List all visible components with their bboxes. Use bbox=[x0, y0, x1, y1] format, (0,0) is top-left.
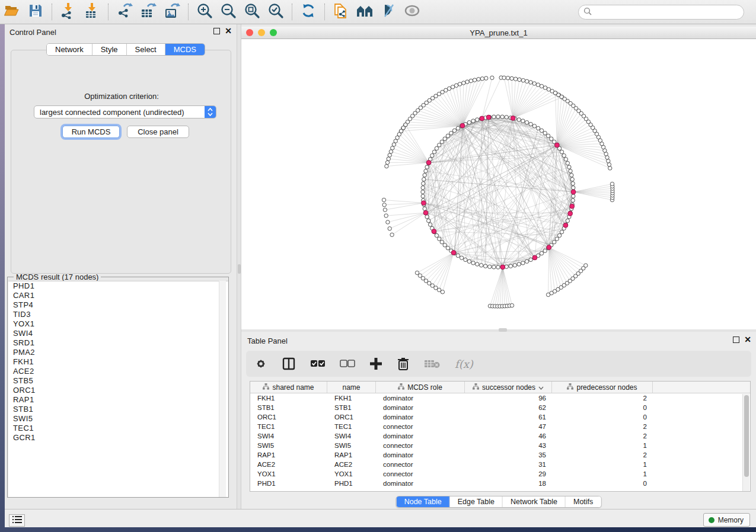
network-leaf-node[interactable] bbox=[607, 163, 611, 166]
mcds-hub-node[interactable] bbox=[563, 223, 568, 227]
float-panel-icon[interactable] bbox=[213, 28, 220, 34]
tab-node-table[interactable]: Node Table bbox=[397, 496, 450, 507]
network-node[interactable] bbox=[553, 240, 556, 243]
network-leaf-node[interactable] bbox=[607, 159, 610, 163]
network-node[interactable] bbox=[513, 264, 516, 267]
network-node[interactable] bbox=[570, 174, 573, 177]
mcds-hub-node[interactable] bbox=[460, 123, 465, 128]
network-leaf-node[interactable] bbox=[513, 77, 517, 81]
network-leaf-node[interactable] bbox=[525, 79, 529, 83]
refresh-layout-button[interactable] bbox=[298, 2, 319, 22]
network-node[interactable] bbox=[432, 150, 436, 153]
network-node[interactable] bbox=[560, 230, 563, 233]
close-panel-button[interactable]: Close panel bbox=[127, 126, 189, 138]
network-leaf-node[interactable] bbox=[502, 76, 506, 79]
select-all-rows-button[interactable] bbox=[310, 359, 326, 368]
network-node[interactable] bbox=[509, 264, 512, 268]
table-row[interactable]: FKH1FKH1dominator962 bbox=[250, 393, 750, 403]
network-node[interactable] bbox=[438, 143, 441, 147]
network-node[interactable] bbox=[440, 240, 444, 243]
network-leaf-node[interactable] bbox=[388, 153, 391, 157]
network-leaf-node[interactable] bbox=[391, 146, 394, 150]
memory-button[interactable]: Memory bbox=[703, 513, 750, 527]
network-leaf-node[interactable] bbox=[434, 286, 438, 290]
zoom-out-button[interactable] bbox=[218, 2, 239, 22]
tab-network-table[interactable]: Network Table bbox=[503, 496, 566, 507]
network-node[interactable] bbox=[517, 262, 521, 266]
network-leaf-node[interactable] bbox=[605, 156, 609, 159]
mcds-hub-node[interactable] bbox=[486, 115, 491, 120]
mcds-hub-node[interactable] bbox=[432, 229, 436, 234]
network-node[interactable] bbox=[421, 194, 425, 198]
network-node[interactable] bbox=[467, 121, 471, 124]
network-node[interactable] bbox=[421, 186, 425, 190]
network-node[interactable] bbox=[449, 132, 453, 135]
hide-selected-button[interactable] bbox=[378, 2, 399, 22]
import-network-button[interactable] bbox=[58, 2, 79, 22]
network-node[interactable] bbox=[572, 194, 575, 198]
network-node[interactable] bbox=[500, 115, 504, 118]
network-node[interactable] bbox=[430, 153, 434, 157]
network-node[interactable] bbox=[525, 121, 528, 124]
network-node[interactable] bbox=[471, 261, 475, 265]
network-leaf-node[interactable] bbox=[385, 164, 388, 168]
mcds-hub-node[interactable] bbox=[480, 116, 484, 121]
network-leaf-node[interactable] bbox=[480, 77, 484, 81]
network-node[interactable] bbox=[564, 158, 567, 161]
network-leaf-node[interactable] bbox=[462, 81, 465, 85]
column-header-successor-nodes[interactable]: successor nodes bbox=[465, 382, 552, 393]
table-row[interactable]: ACE2ACE2connector311 bbox=[250, 460, 750, 469]
close-panel-icon[interactable]: ✕ bbox=[225, 28, 232, 34]
network-node[interactable] bbox=[467, 259, 471, 263]
zoom-in-button[interactable] bbox=[194, 2, 215, 22]
mcds-result-item[interactable]: PMA2 bbox=[8, 348, 228, 357]
network-node[interactable] bbox=[543, 249, 547, 252]
network-leaf-node[interactable] bbox=[428, 281, 431, 285]
network-leaf-node[interactable] bbox=[388, 227, 391, 230]
open-session-button[interactable] bbox=[1, 2, 23, 22]
network-node[interactable] bbox=[471, 119, 475, 123]
mcds-result-item[interactable]: STB1 bbox=[8, 405, 228, 414]
mcds-result-item[interactable]: TEC1 bbox=[8, 424, 228, 433]
mcds-result-item[interactable]: GCR1 bbox=[8, 433, 228, 443]
tab-edge-table[interactable]: Edge Table bbox=[450, 496, 503, 507]
add-column-button[interactable] bbox=[369, 357, 382, 370]
apply-function-button[interactable]: f(x) bbox=[455, 358, 473, 370]
network-node[interactable] bbox=[555, 237, 559, 241]
network-node[interactable] bbox=[464, 258, 467, 261]
mcds-result-list[interactable]: PHD1CAR1STP4TID3YOX1SWI4SRD1PMA2FKH1ACE2… bbox=[8, 281, 228, 497]
network-leaf-node[interactable] bbox=[437, 288, 441, 291]
node-table-scrollbar[interactable] bbox=[742, 394, 749, 492]
network-leaf-node[interactable] bbox=[382, 203, 386, 207]
network-leaf-node[interactable] bbox=[441, 290, 444, 294]
export-table-button[interactable] bbox=[138, 2, 159, 22]
mcds-hub-node[interactable] bbox=[422, 201, 426, 206]
mcds-result-item[interactable]: SRD1 bbox=[8, 338, 228, 348]
mcds-hub-node[interactable] bbox=[500, 265, 505, 270]
network-node[interactable] bbox=[567, 165, 571, 169]
network-leaf-node[interactable] bbox=[454, 84, 458, 87]
network-leaf-node[interactable] bbox=[465, 80, 469, 84]
tab-motifs[interactable]: Motifs bbox=[566, 496, 601, 507]
network-leaf-node[interactable] bbox=[510, 303, 513, 307]
mcds-result-item[interactable]: STB5 bbox=[8, 376, 228, 386]
network-node[interactable] bbox=[452, 129, 456, 132]
network-node[interactable] bbox=[566, 219, 569, 222]
close-table-panel-icon[interactable]: ✕ bbox=[744, 336, 751, 343]
network-node[interactable] bbox=[427, 219, 430, 222]
mcds-result-item[interactable]: CAR1 bbox=[8, 291, 228, 300]
network-leaf-node[interactable] bbox=[510, 76, 513, 80]
network-node[interactable] bbox=[446, 246, 449, 250]
network-node[interactable] bbox=[505, 116, 508, 119]
network-node[interactable] bbox=[484, 264, 487, 268]
show-all-button[interactable] bbox=[401, 2, 423, 22]
network-node[interactable] bbox=[525, 259, 528, 263]
run-mcds-button[interactable]: Run MCDS bbox=[62, 126, 120, 138]
network-leaf-node[interactable] bbox=[383, 208, 387, 211]
first-neighbors-button[interactable] bbox=[354, 2, 375, 22]
network-node[interactable] bbox=[543, 132, 547, 135]
network-node[interactable] bbox=[456, 254, 460, 257]
network-node[interactable] bbox=[428, 223, 432, 226]
table-row[interactable]: YOX1YOX1connector291 bbox=[250, 469, 750, 479]
network-node[interactable] bbox=[425, 215, 429, 219]
